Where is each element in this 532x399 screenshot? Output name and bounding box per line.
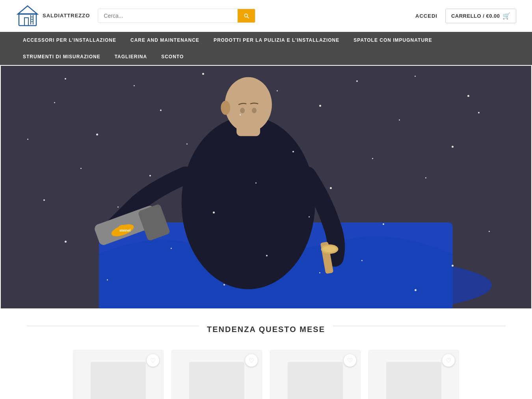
cart-label: CARRELLO / €0.00 — [451, 13, 500, 19]
nav-item[interactable]: CARE AND MAINTENANCE — [123, 32, 206, 48]
nav-item[interactable]: TAGLIERINA — [108, 48, 154, 65]
product-image-wrap: In offerta! ♡ — [172, 350, 262, 399]
product-card: In offerta! ♡ — [270, 350, 361, 399]
product-image-wrap: In offerta! ♡ — [369, 350, 459, 399]
header-right: ACCEDI CARRELLO / €0.00 🛒 — [415, 9, 516, 23]
nav-item[interactable]: SCONTO — [154, 48, 191, 65]
svg-marker-1 — [18, 6, 37, 14]
cart-button[interactable]: CARRELLO / €0.00 🛒 — [445, 9, 516, 23]
search-bar — [98, 9, 255, 23]
logo-icon — [16, 4, 39, 28]
product-card: In offerta! ♡ — [171, 350, 262, 399]
product-card: In offerta! ♡ — [73, 350, 164, 399]
accedi-link[interactable]: ACCEDI — [415, 13, 437, 19]
product-image — [288, 362, 343, 399]
nav-item[interactable]: SPATOLE CON IMPUGNATURE — [346, 32, 439, 48]
vinyl-surface — [1, 206, 531, 308]
product-image — [386, 362, 441, 399]
product-image — [91, 362, 146, 399]
wishlist-button[interactable]: ♡ — [245, 354, 258, 367]
nav-item[interactable]: PRODOTTI PER LA PULIZIA E L'INSTALLAZION… — [206, 32, 346, 48]
wishlist-button[interactable]: ♡ — [442, 354, 455, 367]
search-input[interactable] — [98, 9, 238, 22]
nav-bar: ACCESSORI PER L'INSTALLAZIONECARE AND MA… — [0, 32, 532, 65]
product-image-wrap: In offerta! ♡ — [73, 350, 163, 399]
search-icon — [243, 13, 249, 19]
hero-background: steinel — [1, 66, 531, 308]
nav-item[interactable]: ACCESSORI PER L'INSTALLAZIONE — [16, 32, 123, 48]
svg-rect-2 — [24, 18, 28, 26]
search-button[interactable] — [238, 9, 255, 22]
svg-rect-0 — [19, 14, 36, 26]
products-row: In offerta! ♡ In offerta! ♡ In offerta! … — [0, 342, 532, 399]
cart-icon: 🛒 — [502, 12, 511, 20]
trending-title: TENDENZA QUESTO MESE — [199, 325, 333, 334]
hero-banner: steinel — [0, 65, 532, 309]
product-image — [189, 362, 244, 399]
header: SALDIATTREZZO ACCEDI CARRELLO / €0.00 🛒 — [0, 0, 532, 32]
nav-item[interactable]: STRUMENTI DI MISURAZIONE — [16, 48, 108, 65]
wishlist-button[interactable]: ♡ — [344, 354, 356, 367]
logo-text: SALDIATTREZZO — [43, 13, 90, 19]
wishlist-button[interactable]: ♡ — [147, 354, 159, 367]
logo[interactable]: SALDIATTREZZO — [16, 4, 90, 28]
trending-section: TENDENZA QUESTO MESE — [0, 309, 532, 342]
product-image-wrap: In offerta! ♡ — [270, 350, 360, 399]
product-card: In offerta! ♡ — [368, 350, 459, 399]
